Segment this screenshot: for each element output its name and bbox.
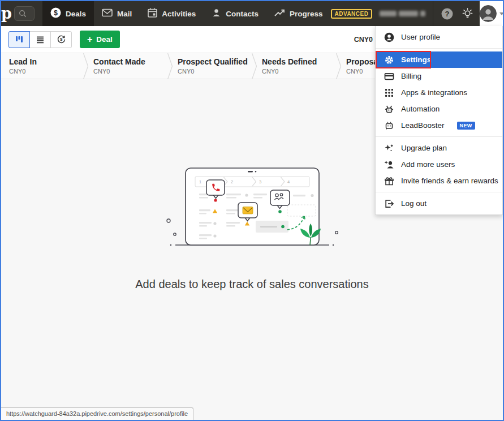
- svg-text:2: 2: [231, 179, 233, 184]
- settings-gear-icon: [384, 55, 394, 65]
- menu-item-leadbooster[interactable]: LeadBooster NEW: [376, 117, 502, 134]
- nav-item-mail[interactable]: Mail: [94, 1, 140, 26]
- kanban-view-icon: [15, 35, 24, 44]
- forecast-view-button[interactable]: $: [50, 31, 72, 48]
- svg-text:3: 3: [259, 179, 261, 184]
- nav-label: Deals: [66, 10, 86, 18]
- svg-text:1: 1: [199, 179, 201, 184]
- stage-name: Prospect Qualified: [178, 57, 254, 66]
- empty-state-caption: Add deals to keep track of sales convers…: [1, 278, 503, 291]
- stage-value: CNY0: [262, 68, 338, 75]
- logout-icon: [384, 199, 394, 209]
- menu-item-log-out[interactable]: Log out: [376, 195, 502, 212]
- stage-value: CNY0: [178, 68, 254, 75]
- lightbulb-icon[interactable]: [461, 7, 474, 20]
- user-profile-icon: [384, 32, 394, 42]
- nav-item-deals[interactable]: $ Deals: [42, 1, 94, 26]
- nav-item-contacts[interactable]: Contacts: [204, 1, 266, 26]
- top-navigation-bar: p $ Deals Mail: [1, 1, 503, 26]
- upgrade-sparkle-icon: [384, 143, 394, 153]
- empty-state-illustration: 1 2 3 4: [164, 165, 341, 251]
- list-view-icon: [36, 35, 45, 44]
- add-deal-label: Deal: [96, 35, 113, 44]
- menu-label: Log out: [401, 199, 427, 208]
- menu-item-apps-integrations[interactable]: Apps & integrations: [376, 84, 502, 101]
- menu-label: Add more users: [401, 160, 455, 169]
- topbar-divider: [433, 1, 433, 26]
- plan-badge[interactable]: ADVANCED: [331, 9, 373, 19]
- progress-trend-icon: [274, 9, 285, 19]
- menu-item-upgrade-plan[interactable]: Upgrade plan: [376, 140, 502, 156]
- view-switcher: $: [8, 31, 72, 48]
- menu-group-settings: Settings Billing Apps & integrations Aut…: [376, 49, 502, 136]
- stage-column-prospect-qualified[interactable]: Prospect Qualified CNY0: [170, 53, 254, 79]
- menu-label: LeadBooster: [401, 121, 445, 130]
- new-badge: NEW: [457, 122, 475, 130]
- svg-text:$: $: [54, 9, 58, 17]
- search-box: [14, 6, 35, 21]
- add-deal-button[interactable]: + Deal: [80, 31, 120, 48]
- nav-label: Activities: [162, 10, 196, 18]
- search-icon: [19, 10, 27, 20]
- menu-item-settings[interactable]: Settings: [376, 51, 502, 68]
- menu-label: Upgrade plan: [401, 144, 447, 152]
- plus-icon: +: [87, 35, 92, 44]
- mail-icon: [102, 8, 113, 19]
- help-icon[interactable]: ?: [441, 7, 454, 20]
- stage-value: CNY0: [9, 68, 85, 75]
- menu-label: User profile: [401, 33, 440, 41]
- gift-icon: [384, 176, 394, 186]
- billing-card-icon: [384, 71, 394, 81]
- chevron-down-icon: [499, 12, 504, 15]
- menu-item-invite-friends[interactable]: Invite friends & earn rewards: [376, 173, 502, 189]
- menu-group-logout: Log out: [376, 192, 502, 214]
- kanban-view-button[interactable]: [8, 31, 30, 48]
- menu-item-billing[interactable]: Billing: [376, 68, 502, 84]
- avatar: [480, 5, 497, 22]
- nav-item-activities[interactable]: Activities: [140, 1, 204, 26]
- menu-item-add-more-users[interactable]: Add more users: [376, 156, 502, 173]
- nav-item-progress[interactable]: Progress: [266, 1, 331, 26]
- leadbooster-chatbot-icon: [384, 121, 394, 131]
- stage-name: Contact Made: [93, 57, 170, 66]
- menu-label: Billing: [401, 72, 421, 80]
- pipedrive-app-window: p $ Deals Mail: [0, 0, 504, 421]
- nav-label: Mail: [117, 10, 132, 18]
- blurred-account-name: [380, 11, 425, 16]
- svg-text:?: ?: [445, 10, 450, 18]
- svg-text:4: 4: [287, 179, 290, 184]
- apps-grid-icon: [384, 88, 394, 98]
- pipeline-total-value: CNY0: [354, 36, 373, 44]
- deals-dollar-icon: $: [50, 7, 61, 20]
- pipedrive-logo[interactable]: p: [1, 2, 12, 25]
- stage-value: CNY0: [93, 68, 170, 75]
- activities-calendar-icon: [148, 8, 157, 19]
- primary-nav: $ Deals Mail Activities Contac: [42, 1, 331, 26]
- status-url-bar: https://watchguard-84a32a.pipedrive.com/…: [1, 407, 193, 420]
- stage-separator: [336, 53, 342, 79]
- menu-label: Invite friends & earn rewards: [401, 177, 498, 185]
- stage-separator: [167, 53, 173, 79]
- menu-group-plan: Upgrade plan Add more users Invite frien…: [376, 137, 502, 192]
- menu-group-profile: User profile: [376, 26, 502, 48]
- stage-separator: [252, 53, 257, 79]
- user-menu: User profile Settings Billing Ap: [375, 26, 503, 215]
- menu-label: Apps & integrations: [401, 88, 467, 97]
- stage-column-lead-in[interactable]: Lead In CNY0: [1, 53, 85, 79]
- menu-label: Settings: [401, 55, 431, 64]
- list-view-button[interactable]: [29, 31, 51, 48]
- svg-text:$: $: [59, 37, 62, 42]
- stage-column-needs-defined[interactable]: Needs Defined CNY0: [254, 53, 338, 79]
- user-menu-trigger[interactable]: [480, 1, 504, 26]
- stage-name: Lead In: [9, 57, 85, 66]
- forecast-view-icon: $: [57, 35, 66, 44]
- stage-column-contact-made[interactable]: Contact Made CNY0: [85, 53, 170, 79]
- stage-separator: [83, 53, 89, 79]
- nav-label: Progress: [290, 10, 323, 18]
- menu-label: Automation: [401, 105, 440, 113]
- contacts-person-icon: [212, 8, 221, 19]
- automation-robot-icon: [384, 104, 394, 114]
- menu-item-automation[interactable]: Automation: [376, 101, 502, 117]
- menu-item-user-profile[interactable]: User profile: [376, 29, 502, 45]
- add-users-icon: [384, 160, 394, 170]
